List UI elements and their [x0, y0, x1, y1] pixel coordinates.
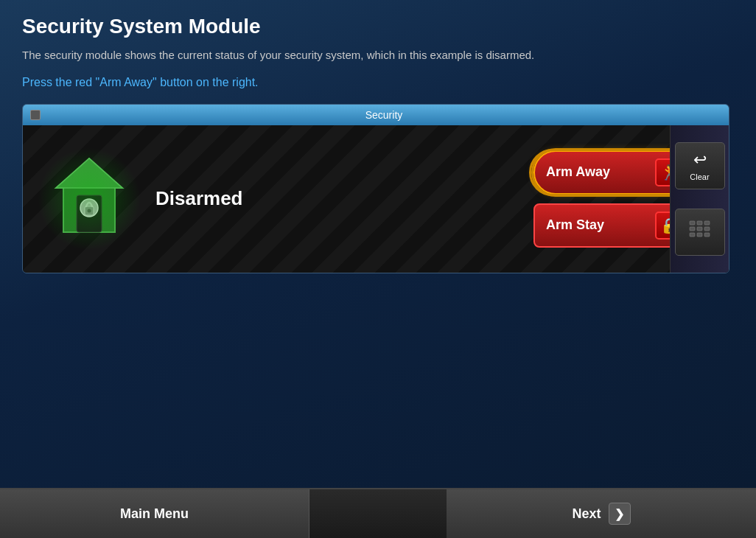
- widget-titlebar: Security: [23, 105, 729, 125]
- svg-rect-9: [690, 227, 695, 231]
- clear-label: Clear: [690, 172, 709, 181]
- next-button[interactable]: Next ❯: [447, 489, 756, 538]
- minimize-button[interactable]: [30, 110, 41, 120]
- arm-stay-label: Arm Stay: [546, 217, 604, 233]
- titlebar-label: Security: [46, 109, 721, 121]
- next-arrow-icon: ❯: [609, 503, 631, 525]
- widget-body: Disarmed Arm Away 🏃 Arm Stay 🔒: [23, 125, 729, 273]
- status-text: Disarmed: [155, 187, 243, 210]
- page-title: Security System Module: [22, 15, 734, 38]
- svg-rect-10: [697, 227, 702, 231]
- description-text: The security module shows the current st…: [22, 47, 734, 64]
- svg-rect-14: [704, 233, 710, 237]
- arm-away-label: Arm Away: [546, 164, 610, 180]
- clear-button[interactable]: ↩ Clear: [675, 142, 725, 189]
- main-menu-label: Main Menu: [120, 506, 189, 522]
- side-controls: ↩ Clear: [670, 125, 729, 273]
- security-left: Disarmed: [23, 125, 500, 273]
- instruction-text: Press the red "Arm Away" button on the r…: [22, 76, 734, 89]
- main-content: Security System Module The security modu…: [0, 0, 756, 273]
- keypad-button[interactable]: [675, 209, 725, 256]
- main-menu-button[interactable]: Main Menu: [0, 489, 309, 538]
- house-glow: [38, 147, 141, 251]
- svg-rect-11: [704, 227, 710, 231]
- clear-icon: ↩: [693, 150, 707, 170]
- svg-rect-12: [690, 233, 695, 237]
- svg-rect-6: [690, 221, 695, 225]
- svg-rect-8: [704, 221, 710, 225]
- bottom-nav: Main Menu Next ❯: [0, 488, 756, 538]
- next-label: Next: [572, 506, 601, 522]
- svg-rect-7: [697, 221, 702, 225]
- security-widget: Security: [22, 104, 729, 273]
- house-icon-container: [45, 147, 133, 251]
- svg-rect-13: [697, 233, 702, 237]
- keypad-icon: [689, 220, 711, 243]
